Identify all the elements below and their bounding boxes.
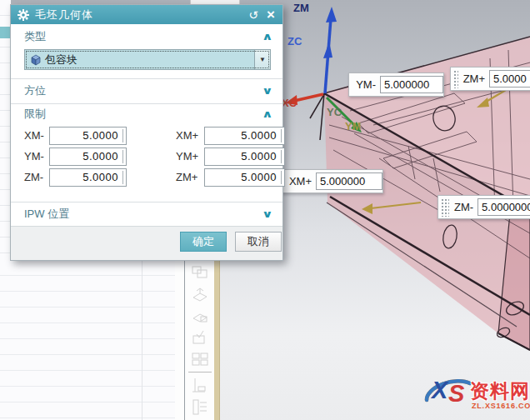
onscreen-label: XM+ [289, 175, 312, 188]
zm-axis-arrow[interactable] [323, 7, 337, 93]
section-orientation-label: 方位 [24, 83, 46, 98]
toolbar-icon-layers[interactable] [190, 351, 210, 368]
zc-axis-label: ZC [288, 35, 302, 48]
toolbar-icon-check[interactable] [190, 329, 210, 347]
view-toolbar [184, 260, 215, 420]
xm-minus-field[interactable]: 5.0000 [49, 127, 127, 145]
toolbar-icon-list[interactable] [190, 398, 210, 416]
zm-axis-label: ZM [293, 2, 309, 14]
bounding-block-icon [29, 54, 41, 66]
section-type[interactable]: 类型 ∧ [11, 28, 282, 46]
xm-plus-label: XM+ [176, 129, 198, 142]
chevron-down-icon: ▼ [259, 56, 266, 63]
section-type-label: 类型 [24, 29, 46, 44]
zm-minus-field[interactable]: 5.0000 [49, 168, 127, 187]
onscreen-field-ym-minus[interactable]: 5.000000 [380, 76, 443, 93]
ym-plus-field[interactable]: 5.0000 [204, 148, 285, 166]
cancel-button[interactable]: 取消 [235, 232, 282, 252]
close-icon[interactable]: × [267, 8, 275, 21]
onscreen-field-xm-plus[interactable]: 5.000000 [316, 172, 382, 190]
type-dropdown[interactable]: 包容块 ▼ [24, 49, 271, 70]
panel-edge-strip[interactable] [214, 260, 220, 420]
chevron-up-icon[interactable]: ∧ [262, 31, 273, 42]
dropdown-arrow-button[interactable]: ▼ [254, 50, 270, 69]
onscreen-label: ZM+ [463, 72, 485, 85]
type-dropdown-value: 包容块 [45, 52, 78, 68]
reset-icon[interactable]: ↺ [248, 9, 258, 21]
onscreen-input-ym-minus: YM- 5.000000 [348, 72, 444, 97]
nx-application-window: ZM ZC XC YC YM YM- 5.000000 ZM+ 5.0000 X… [0, 0, 530, 420]
section-ipw-position[interactable]: IPW 位置 ∨ [11, 205, 282, 223]
toolbar-separator [188, 372, 212, 372]
zm-minus-label: ZM- [24, 171, 43, 183]
ym-minus-field[interactable]: 5.0000 [49, 148, 127, 166]
section-limits-label: 限制 [24, 107, 46, 122]
background-panel [0, 260, 178, 420]
ym-minus-label: YM- [24, 150, 44, 162]
section-orientation[interactable]: 方位 ∨ [11, 82, 282, 100]
chevron-down-icon[interactable]: ∨ [262, 85, 273, 97]
yc-axis-label: YC [327, 106, 342, 118]
dialog-titlebar[interactable]: 毛坯几何体 ↺ × [11, 5, 282, 24]
onscreen-label: YM- [356, 78, 376, 91]
onscreen-input-zm-minus: ZM- 5.0000000 [438, 195, 530, 219]
gear-icon [18, 9, 29, 21]
xc-axis-label: XC [282, 97, 297, 109]
view-toolbar-margin [175, 260, 214, 420]
chevron-up-icon[interactable]: ∧ [262, 108, 273, 120]
drag-grip[interactable] [452, 69, 458, 88]
ym-plus-label: YM+ [176, 150, 198, 162]
section-limits[interactable]: 限制 ∧ [11, 105, 282, 123]
toolbar-icon-part-2[interactable] [190, 308, 210, 325]
onscreen-input-xm-plus: XM+ 5.000000 [280, 169, 383, 193]
logo-s: S [448, 380, 464, 408]
chevron-down-icon[interactable]: ∨ [262, 208, 273, 220]
watermark-site-url: ZL.XS1616.COM [472, 402, 530, 410]
dialog-footer: 确定 取消 [11, 226, 282, 260]
ym-axis-label: YM [345, 120, 362, 132]
drag-grip[interactable] [440, 198, 449, 217]
toolbar-icon-part-1[interactable] [190, 286, 210, 303]
logo-x: X [432, 377, 448, 404]
toolbar-icon-measure[interactable] [190, 377, 210, 394]
blank-geometry-dialog: 毛坯几何体 ↺ × 类型 ∧ 包容块 ▼ 方位 ∨ 限制 ∧ [10, 4, 283, 261]
xm-minus-label: XM- [24, 129, 44, 142]
zm-plus-field[interactable]: 5.0000 [204, 168, 285, 187]
xm-plus-field[interactable]: 5.0000 [204, 127, 285, 145]
onscreen-field-zm-minus[interactable]: 5.0000000 [478, 198, 530, 216]
toolbar-icon-sheets[interactable] [190, 264, 210, 282]
zm-plus-label: ZM+ [176, 171, 198, 183]
onscreen-label: ZM- [454, 201, 473, 213]
watermark-site-name: 资料网 [470, 378, 530, 404]
ok-button[interactable]: 确定 [180, 232, 227, 252]
dialog-title: 毛坯几何体 [35, 8, 93, 22]
section-ipw-label: IPW 位置 [24, 207, 69, 222]
onscreen-input-zm-plus: ZM+ 5.0000 [450, 67, 530, 91]
watermark-logo: X S 资料网 ZL.XS1616.COM [418, 372, 530, 418]
onscreen-field-zm-plus[interactable]: 5.0000 [489, 70, 530, 88]
